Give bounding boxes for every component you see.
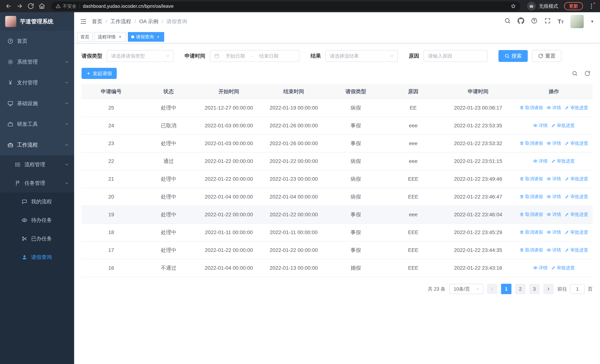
sidebar-item-infrastructure[interactable]: 基础设施: [0, 93, 74, 114]
apply-time-range-picker[interactable]: -: [210, 50, 300, 62]
navbar-actions: TT ▼: [504, 15, 594, 28]
sidebar-item-my-processes[interactable]: 我的流程: [0, 192, 74, 211]
sidebar-item-task-management[interactable]: 任务管理: [0, 174, 74, 192]
close-icon[interactable]: ×: [117, 34, 123, 39]
sidebar-item-workflow[interactable]: 工作流程: [0, 135, 74, 155]
prev-page-button[interactable]: [487, 284, 497, 294]
page-button-2[interactable]: 2: [515, 284, 525, 294]
detail-link[interactable]: 详情: [533, 122, 548, 129]
sidebar-item-devtools[interactable]: 研发工具: [0, 114, 74, 135]
end-date-input[interactable]: [255, 53, 282, 59]
detail-link[interactable]: 详情: [547, 194, 561, 200]
cancel-leave-link[interactable]: 取消请假: [520, 140, 543, 146]
progress-link[interactable]: 审批进度: [565, 247, 588, 253]
sidebar-item-process-management[interactable]: 流程管理: [0, 155, 74, 174]
goto-page-input[interactable]: [570, 284, 585, 294]
help-button[interactable]: [531, 18, 538, 26]
tab-process-detail[interactable]: 流程详情 ×: [94, 32, 126, 42]
table-row: 20处理中2022-01-04 00:00:002022-01-04 00:00…: [82, 188, 593, 206]
avatar[interactable]: [570, 15, 584, 28]
edit-icon: [565, 195, 569, 199]
page-button-1[interactable]: 1: [501, 284, 511, 294]
sidebar-item-leave-query[interactable]: 请假查询: [0, 248, 74, 267]
browser-menu-button[interactable]: [587, 1, 596, 11]
eye-icon: [533, 123, 538, 128]
cell-status: 不通过: [141, 259, 197, 277]
cancel-leave-link[interactable]: 取消请假: [520, 105, 543, 111]
page-size-select[interactable]: 10条/页: [449, 284, 483, 294]
detail-link[interactable]: 详情: [533, 158, 548, 164]
github-button[interactable]: [517, 18, 524, 26]
reload-button[interactable]: [26, 1, 36, 11]
detail-link[interactable]: 详情: [533, 265, 548, 271]
avatar-caret-icon[interactable]: ▼: [590, 19, 594, 24]
result-select[interactable]: 请选择流结果: [325, 50, 398, 62]
leave-type-select[interactable]: 请选择请假类型: [107, 50, 173, 62]
sidebar-item-payment[interactable]: 支付管理: [0, 72, 74, 93]
cell-end: 2022-01-19 00:00:00: [261, 99, 326, 117]
progress-link[interactable]: 审批进度: [565, 212, 588, 217]
progress-link[interactable]: 审批进度: [551, 122, 575, 129]
sidebar-item-todo-tasks[interactable]: 待办任务: [0, 211, 74, 229]
cancel-leave-link[interactable]: 取消请假: [520, 176, 543, 182]
table-row: 22通过2022-01-22 00:00:002022-01-22 00:00:…: [82, 152, 593, 170]
progress-link[interactable]: 审批进度: [565, 176, 588, 182]
page-button-3[interactable]: 3: [529, 284, 540, 294]
breadcrumb-oa-example[interactable]: OA 示例: [139, 18, 159, 25]
progress-link[interactable]: 审批进度: [551, 158, 575, 164]
reset-button[interactable]: 重置: [532, 50, 562, 62]
tab-leave-query[interactable]: 请假查询 ×: [128, 32, 164, 42]
collapse-sidebar-button[interactable]: [80, 18, 87, 25]
start-date-input[interactable]: [222, 53, 249, 59]
progress-link[interactable]: 审批进度: [565, 105, 588, 111]
toggle-search-button[interactable]: [572, 70, 578, 76]
site-security-chip[interactable]: 不安全: [56, 3, 76, 9]
breadcrumb-workflow[interactable]: 工作流程: [111, 18, 131, 25]
progress-link-label: 审批进度: [570, 194, 588, 200]
tab-home[interactable]: 首页: [77, 32, 93, 42]
detail-link[interactable]: 详情: [547, 247, 561, 253]
github-icon: [517, 18, 524, 24]
cancel-leave-link[interactable]: 取消请假: [520, 229, 543, 235]
url-text[interactable]: dashboard.yudao.iocoder.cn/bpm/oa/leave: [83, 3, 508, 9]
detail-link[interactable]: 详情: [547, 140, 561, 146]
progress-link[interactable]: 审批进度: [551, 265, 575, 271]
sidebar-item-system[interactable]: 系统管理: [0, 52, 74, 72]
progress-link[interactable]: 审批进度: [565, 194, 588, 200]
reason-input[interactable]: [428, 53, 484, 59]
detail-link[interactable]: 详情: [547, 212, 561, 217]
cell-applied: 2022-01-22 23:49:46: [441, 170, 515, 188]
search-button[interactable]: 搜索: [498, 50, 528, 62]
cancel-leave-link[interactable]: 取消请假: [520, 194, 543, 200]
address-bar[interactable]: 不安全 dashboard.yudao.iocoder.cn/bpm/oa/le…: [51, 1, 520, 11]
header-search-button[interactable]: [504, 18, 511, 26]
cancel-leave-link[interactable]: 取消请假: [520, 212, 543, 217]
cell-reason: EEE: [385, 259, 441, 277]
back-button[interactable]: [4, 1, 13, 11]
app-logo[interactable]: 芋道管理系统: [0, 12, 74, 31]
forward-button[interactable]: [15, 1, 24, 11]
font-size-button[interactable]: TT: [558, 19, 564, 24]
eye-icon: [547, 212, 551, 217]
progress-link[interactable]: 审批进度: [565, 229, 588, 235]
breadcrumb-home[interactable]: 首页: [92, 18, 102, 25]
bookmark-button[interactable]: [511, 3, 516, 9]
goto-page: 前往 页: [557, 284, 593, 294]
create-leave-button[interactable]: 发起请假: [82, 68, 117, 79]
reload-icon: [28, 3, 34, 9]
close-icon[interactable]: ×: [156, 34, 161, 39]
sidebar-item-done-tasks[interactable]: 已办任务: [0, 229, 74, 248]
browser-home-icon: [38, 3, 45, 9]
update-button[interactable]: 更新: [564, 2, 583, 10]
detail-link[interactable]: 详情: [547, 176, 561, 182]
next-page-button[interactable]: [543, 284, 554, 294]
detail-link[interactable]: 详情: [547, 105, 561, 111]
sidebar-item-home[interactable]: 首页: [0, 31, 74, 52]
progress-link[interactable]: 审批进度: [565, 140, 588, 146]
refresh-table-button[interactable]: [584, 70, 590, 76]
detail-link[interactable]: 详情: [547, 229, 561, 235]
cancel-leave-link[interactable]: 取消请假: [520, 247, 543, 253]
browser-home-button[interactable]: [37, 1, 47, 11]
cancel-leave-link-label: 取消请假: [525, 105, 543, 111]
fullscreen-button[interactable]: [544, 18, 551, 26]
